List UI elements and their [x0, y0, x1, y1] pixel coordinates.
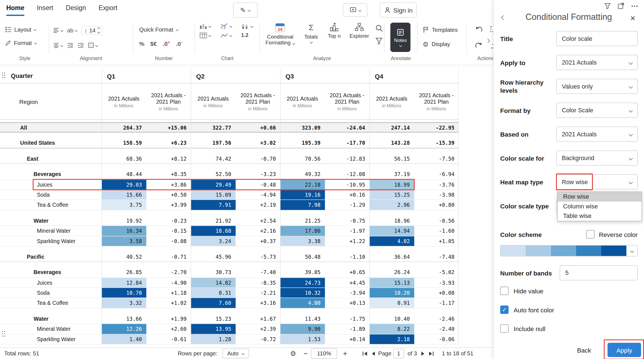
- expand-icon[interactable]: [618, 3, 624, 9]
- table-cell[interactable]: -10.95: [325, 180, 370, 189]
- table-cell[interactable]: -7.50: [414, 154, 459, 163]
- hide-value-checkbox[interactable]: [500, 287, 509, 295]
- table-cell[interactable]: 21.25: [280, 216, 325, 225]
- stacked-chart-button[interactable]: [241, 23, 258, 29]
- table-cell[interactable]: 40.52: [101, 252, 146, 261]
- include-null-checkbox[interactable]: [500, 324, 509, 333]
- font-size-spinner[interactable]: [98, 27, 100, 33]
- number-of-bands-input[interactable]: 5: [560, 265, 638, 280]
- table-cell[interactable]: 18.96: [370, 216, 414, 225]
- table-cell[interactable]: 70.56: [280, 154, 325, 163]
- table-cell[interactable]: 26.85: [101, 267, 146, 277]
- heat-map-type-option[interactable]: Column wise: [558, 202, 641, 211]
- back-button[interactable]: Back: [571, 344, 598, 356]
- conditional-formatting-button[interactable]: 14 ConditionalFormatting: [263, 23, 297, 54]
- table-cell[interactable]: +1.67: [235, 314, 280, 324]
- table-cell[interactable]: -0.75: [325, 216, 370, 225]
- table-cell[interactable]: +0.13: [325, 298, 370, 308]
- row-label[interactable]: East: [0, 154, 101, 163]
- measure-header[interactable]: 2021 Actualsin Millions: [191, 84, 236, 120]
- table-cell[interactable]: 39.05: [280, 267, 325, 277]
- measure-header[interactable]: 2021 Actuals - 2021 Planin Millions: [146, 84, 191, 120]
- horizontal-align-button[interactable]: [53, 27, 63, 33]
- table-cell[interactable]: 10.40: [370, 314, 414, 324]
- table-cell[interactable]: -15.39: [414, 138, 459, 148]
- table-cell[interactable]: 7.60: [191, 298, 236, 308]
- table-cell[interactable]: +3.02: [235, 138, 280, 148]
- table-cell[interactable]: 0.91: [370, 298, 414, 308]
- apply-to-select[interactable]: 2021 Actuals: [557, 55, 638, 70]
- table-cell[interactable]: 322.77: [191, 123, 236, 132]
- filter-icon[interactable]: [604, 3, 611, 9]
- table-cell[interactable]: -7.40: [235, 267, 280, 277]
- measure-header[interactable]: 2021 Actualsin Millions: [370, 84, 414, 120]
- table-cell[interactable]: +0.08: [414, 288, 459, 298]
- ribbon-tab-export[interactable]: Export: [99, 4, 117, 16]
- table-cell[interactable]: 12.84: [101, 278, 146, 287]
- table-cell[interactable]: -2.70: [146, 267, 191, 277]
- table-cell[interactable]: -0.15: [146, 226, 191, 236]
- table-cell[interactable]: -6.94: [414, 169, 459, 179]
- table-cell[interactable]: -0.56: [414, 216, 459, 225]
- sign-in-button[interactable]: Sign in: [380, 3, 417, 18]
- table-cell[interactable]: +2.54: [235, 216, 280, 225]
- rows-per-page-select[interactable]: Auto: [222, 349, 249, 358]
- table-cell[interactable]: -12.08: [325, 169, 370, 179]
- table-cell[interactable]: 49.32: [280, 169, 325, 179]
- table-cell[interactable]: -3.76: [414, 180, 459, 189]
- table-cell[interactable]: -4.90: [146, 278, 191, 287]
- table-view-button[interactable]: [199, 32, 216, 39]
- table-cell[interactable]: +0.16: [325, 190, 370, 199]
- table-cell[interactable]: -17.70: [325, 138, 370, 148]
- heat-map-type-option[interactable]: Row wise: [558, 192, 641, 202]
- table-cell[interactable]: 29.49: [191, 180, 236, 189]
- table-cell[interactable]: -4.94: [235, 190, 280, 199]
- ribbon-tab-design[interactable]: Design: [66, 4, 86, 16]
- row-label[interactable]: Beverages: [0, 267, 101, 277]
- table-cell[interactable]: -0.06: [414, 334, 459, 344]
- title-input[interactable]: Color scale: [557, 31, 638, 46]
- row-label[interactable]: Water: [0, 314, 101, 324]
- table-cell[interactable]: 1.28: [191, 334, 236, 344]
- based-on-select[interactable]: 2021 Actuals: [557, 127, 638, 142]
- row-label[interactable]: Juices: [0, 180, 101, 189]
- row-label[interactable]: Pacific: [0, 252, 101, 261]
- top-n-button[interactable]: Top n: [325, 23, 343, 54]
- table-cell[interactable]: 52.50: [191, 169, 236, 179]
- corner-header[interactable]: Quarter: [11, 69, 33, 83]
- table-cell[interactable]: -0.48: [235, 180, 280, 189]
- auto-font-color-checkbox[interactable]: ✓: [500, 306, 509, 314]
- close-icon[interactable]: ✕: [630, 14, 636, 22]
- table-cell[interactable]: 36.64: [370, 252, 414, 261]
- table-cell[interactable]: 22.18: [280, 180, 325, 189]
- vertical-align-button[interactable]: [53, 42, 63, 48]
- last-page-button[interactable]: [428, 348, 434, 359]
- next-page-button[interactable]: [421, 348, 425, 359]
- table-cell[interactable]: 15.09: [191, 190, 236, 199]
- row-label[interactable]: Beverages: [0, 169, 101, 179]
- table-cell[interactable]: 19.92: [101, 216, 146, 225]
- table-cell[interactable]: +8.12: [146, 154, 191, 163]
- table-cell[interactable]: -0.23: [146, 216, 191, 225]
- table-cell[interactable]: 29.03: [101, 180, 146, 189]
- ribbon-expand-chevron[interactable]: [484, 37, 491, 44]
- search-icon[interactable]: [375, 24, 383, 32]
- decrease-decimal-button[interactable]: .0-: [176, 40, 182, 47]
- table-cell[interactable]: +0.80: [414, 200, 459, 210]
- table-cell[interactable]: 8.22: [370, 324, 414, 334]
- table-cell[interactable]: +3.99: [146, 200, 191, 210]
- apply-button[interactable]: Apply: [608, 343, 641, 357]
- table-cell[interactable]: 45.96: [191, 252, 236, 261]
- table-cell[interactable]: 21.92: [191, 216, 236, 225]
- table-cell[interactable]: -8.35: [235, 278, 280, 287]
- row-label[interactable]: All: [0, 123, 101, 132]
- layout-button[interactable]: Layout: [2, 23, 48, 36]
- number-format-ratio-button[interactable]: 1.2: [241, 32, 258, 39]
- row-label[interactable]: Tea & Coffee: [0, 200, 101, 210]
- table-cell[interactable]: +0.66: [235, 123, 280, 132]
- table-cell[interactable]: 13.95: [191, 324, 236, 334]
- row-label[interactable]: Water: [0, 216, 101, 225]
- table-cell[interactable]: +8.35: [146, 169, 191, 179]
- row-label[interactable]: Sparkling Water: [0, 236, 101, 246]
- table-cell[interactable]: 8.31: [191, 288, 236, 298]
